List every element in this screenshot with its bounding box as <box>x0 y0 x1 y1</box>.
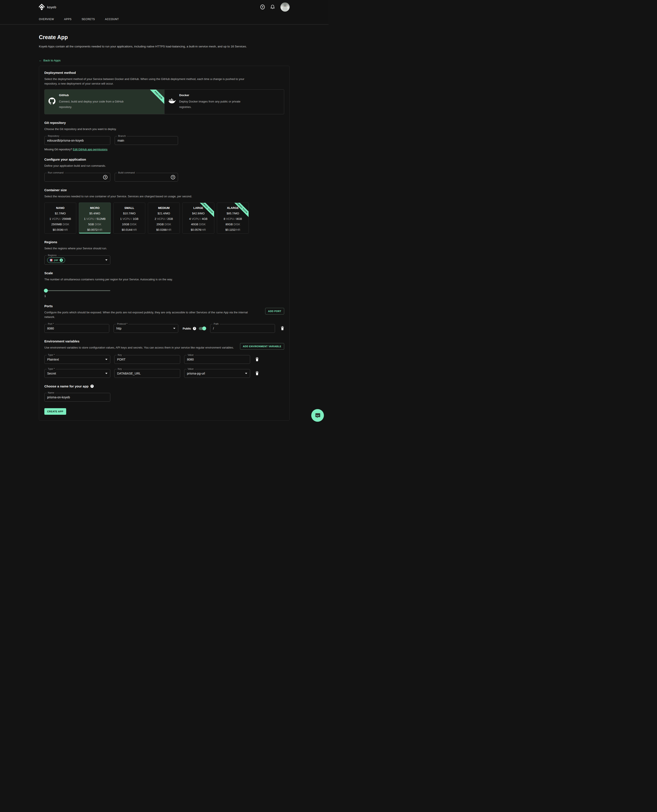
path-label: Path <box>213 323 220 325</box>
repository-field-wrap: Repository <box>44 136 110 145</box>
app-name-field-wrap: Name <box>44 393 110 402</box>
git-repository-section: Git repository Choose the Git repository… <box>44 121 284 151</box>
delete-port-button[interactable] <box>281 326 284 331</box>
scale-description: The number of simultaneous containers ru… <box>44 277 284 282</box>
ports-description: Configure the ports which should be expo… <box>44 310 254 319</box>
deploy-option-title: GitHub <box>59 94 125 97</box>
brand-name: koyeb <box>47 5 56 9</box>
run-command-help-icon[interactable]: ? <box>103 175 107 179</box>
nav-tab-overview[interactable]: OVERVIEW <box>39 18 54 21</box>
git-heading: Git repository <box>44 121 284 125</box>
page-title: Create App <box>39 34 290 41</box>
size-option-micro[interactable]: MICRO $5.4/MO 1 VCPU / 512MB 5GB DISK $0… <box>79 203 111 234</box>
delete-env-var-button[interactable] <box>255 371 259 376</box>
ports-section: Ports Configure the ports which should b… <box>44 304 284 333</box>
build-command-input[interactable] <box>117 176 171 179</box>
regions-section: Regions Select the regions where your Se… <box>44 240 284 265</box>
create-app-form-card: Deployment method Select the deployment … <box>39 66 290 421</box>
size-option-small[interactable]: SMALL $10.7/MO 1 VCPU / 1GB 10GB DISK $0… <box>114 203 145 234</box>
protocol-select[interactable]: Protocol * http <box>114 324 179 333</box>
chevron-down-icon <box>105 359 107 360</box>
env-heading: Environment variables <box>44 339 284 343</box>
env-type-select[interactable]: Type * Plaintext <box>44 355 110 364</box>
trash-icon <box>281 326 284 330</box>
git-description: Choose the Git repository and branch you… <box>44 127 284 131</box>
add-environment-variable-button[interactable]: ADD ENVIRONMENT VARIABLE <box>240 343 284 350</box>
env-description: Use environment variables to store confi… <box>44 345 234 350</box>
docker-icon <box>168 98 176 105</box>
branch-label: Branch <box>117 135 127 137</box>
add-port-button[interactable]: ADD PORT <box>265 308 284 315</box>
chevron-down-icon <box>105 373 107 374</box>
public-help-icon[interactable]: ? <box>193 327 196 330</box>
app-name-input[interactable] <box>47 396 107 399</box>
public-toggle[interactable] <box>199 327 206 330</box>
regions-heading: Regions <box>44 240 284 244</box>
user-avatar[interactable] <box>280 2 290 12</box>
scale-value: 1 <box>44 295 284 298</box>
run-command-field-wrap: Run command ? <box>44 173 110 182</box>
slider-track[interactable] <box>44 290 110 291</box>
path-field-wrap: Path <box>210 324 275 333</box>
run-command-input[interactable] <box>47 176 103 179</box>
help-button[interactable]: ? <box>260 5 265 9</box>
deploy-option-github[interactable]: GitHub Connect, build and deploy your co… <box>45 90 165 114</box>
env-secret-select[interactable]: Value prisma-pg-url <box>184 369 250 378</box>
back-to-apps-link[interactable]: ← Back to Apps <box>39 59 61 62</box>
regions-description: Select the regions where your Service sh… <box>44 246 284 251</box>
build-command-help-icon[interactable]: ? <box>171 175 175 179</box>
env-key-input[interactable] <box>117 358 177 361</box>
ports-heading: Ports <box>44 304 284 308</box>
main-nav: OVERVIEW APPS SECRETS ACCOUNT <box>39 14 290 24</box>
koyeb-logo-icon[interactable] <box>39 4 45 10</box>
size-option-large[interactable]: LARGE $42.9/MO 4 VCPU / 4GB 40GB DISK $0… <box>182 203 214 234</box>
nav-tab-apps[interactable]: APPS <box>64 18 72 21</box>
toggle-knob <box>202 326 206 330</box>
coming-soon-ribbon: COMING SOON <box>230 203 249 219</box>
help-icon: ? <box>260 5 265 9</box>
remove-region-icon[interactable]: × <box>60 259 63 262</box>
env-value-field-wrap: Value <box>184 355 250 364</box>
port-input[interactable] <box>47 327 106 330</box>
port-field-wrap: Port * <box>44 324 109 333</box>
chat-widget-button[interactable] <box>311 409 324 422</box>
env-key-input[interactable] <box>117 372 177 375</box>
branch-input[interactable] <box>117 139 175 142</box>
missing-repo-text: Missing Git repository? Edit GitHub app … <box>44 148 284 151</box>
repository-input[interactable] <box>47 139 107 142</box>
deploy-option-docker[interactable]: Docker Deploy Docker images from any pub… <box>165 90 284 114</box>
france-flag-icon <box>49 259 53 261</box>
build-command-field-wrap: Build command ? <box>115 173 178 182</box>
env-value-input[interactable] <box>187 358 247 361</box>
trash-icon <box>255 357 259 361</box>
regions-select[interactable]: Regions par × <box>44 256 110 265</box>
preview-ribbon: PREVIEW <box>148 90 165 106</box>
edit-github-permissions-link[interactable]: Edit GitHub app permissions <box>73 148 107 151</box>
path-input[interactable] <box>213 327 272 330</box>
bell-icon <box>270 5 275 9</box>
nav-tab-account[interactable]: ACCOUNT <box>105 18 119 21</box>
github-icon <box>48 97 56 105</box>
chat-icon <box>314 412 321 418</box>
deploy-option-title: Docker <box>179 94 245 97</box>
slider-knob[interactable] <box>44 289 48 293</box>
env-key-field-wrap: Key <box>114 355 180 364</box>
scale-slider[interactable] <box>44 289 110 293</box>
page-description: Koyeb Apps contain all the components ne… <box>39 44 279 50</box>
size-option-medium[interactable]: MEDIUM $21.4/MO 2 VCPU / 2GB 20GB DISK $… <box>148 203 180 234</box>
container-size-heading: Container size <box>44 188 284 192</box>
deploy-option-description: Deploy Docker images from any public or … <box>179 99 245 110</box>
size-option-xlarge[interactable]: XLARGE $85.7/MO 8 VCPU / 8GB 80GB DISK $… <box>217 203 249 234</box>
create-app-button[interactable]: CREATE APP <box>44 408 66 415</box>
app-name-help-icon[interactable]: ? <box>90 385 94 388</box>
size-option-nano[interactable]: NANO $2.7/MO 1 VCPU / 256MB 2500MB DISK … <box>44 203 76 234</box>
nav-tab-secrets[interactable]: SECRETS <box>82 18 95 21</box>
delete-env-var-button[interactable] <box>255 357 259 362</box>
chevron-down-icon <box>105 259 107 261</box>
env-type-select[interactable]: Type * Secret <box>44 369 110 378</box>
deploy-option-description: Connect, build and deploy your code from… <box>59 99 125 110</box>
app-name-section: Choose a name for your app ? Name CREATE… <box>44 384 284 415</box>
notifications-button[interactable] <box>270 5 275 9</box>
region-chip-par[interactable]: par × <box>47 257 65 263</box>
back-arrow-icon: ← <box>39 59 42 62</box>
